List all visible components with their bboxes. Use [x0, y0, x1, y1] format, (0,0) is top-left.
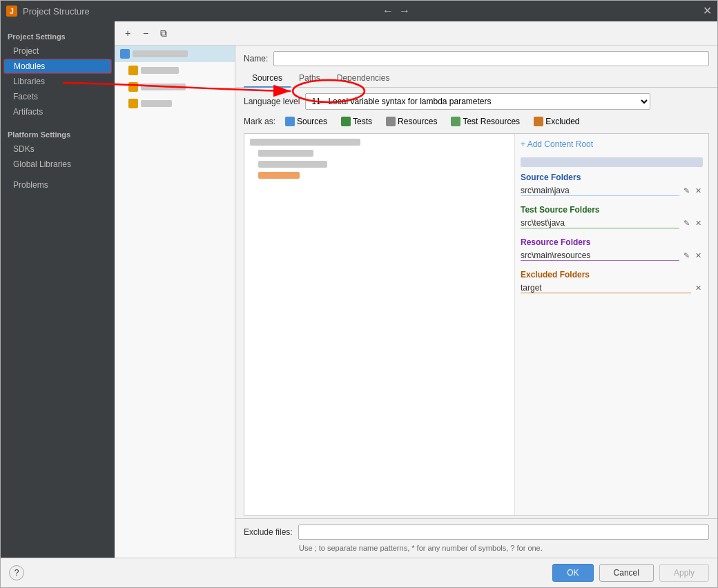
sources-content: Language level 11 - Local variable synta… — [235, 88, 717, 518]
main-content: + − ⧉ — [115, 21, 717, 558]
mark-resources-label: Resources — [398, 117, 437, 126]
test-source-folders-title: Test Source Folders — [521, 205, 703, 215]
source-folder-path: src\main\java — [521, 186, 679, 196]
help-button[interactable]: ? — [9, 565, 24, 580]
mark-test-resources-button[interactable]: Test Resources — [447, 115, 524, 128]
mark-excluded-label: Excluded — [545, 117, 579, 126]
add-button[interactable]: + — [120, 26, 135, 41]
project-structure-dialog: J Project Structure ← → ✕ Project Settin… — [0, 0, 718, 588]
resource-folders-title: Resource Folders — [521, 237, 703, 247]
back-button[interactable]: ← — [381, 5, 395, 17]
module-name — [133, 50, 188, 57]
resource-folders-section: Resource Folders src\main\resources ✎ ✕ — [521, 237, 703, 262]
module-item[interactable] — [115, 46, 235, 62]
language-level-row: Language level 11 - Local variable synta… — [244, 93, 709, 110]
module-item[interactable] — [115, 62, 235, 79]
name-label: Name: — [244, 54, 268, 63]
dialog-title: Project Structure — [23, 6, 90, 17]
sidebar-item-global-libraries[interactable]: Global Libraries — [1, 157, 115, 172]
sources-icon — [285, 117, 295, 126]
cancel-button[interactable]: Cancel — [599, 564, 654, 582]
right-panel: Name: Sources Paths Dependencies Languag… — [235, 46, 717, 558]
test-source-folder-entry: src\test\java ✎ ✕ — [521, 217, 703, 229]
module-item[interactable] — [115, 79, 235, 95]
resources-icon — [386, 117, 396, 126]
mark-tests-label: Tests — [353, 117, 372, 126]
file-tree — [244, 134, 515, 515]
module-name — [141, 100, 172, 107]
tab-paths[interactable]: Paths — [291, 69, 329, 88]
bottom-area: Exclude files: Use ; to separate name pa… — [235, 518, 717, 558]
test-source-folders-section: Test Source Folders src\test\java ✎ ✕ — [521, 205, 703, 229]
edit-test-source-folder-button[interactable]: ✎ — [682, 219, 691, 228]
mark-excluded-button[interactable]: Excluded — [530, 115, 583, 128]
excluded-folder-entry: target ✕ — [521, 282, 703, 294]
tab-sources[interactable]: Sources — [244, 69, 291, 88]
close-button[interactable]: ✕ — [703, 6, 712, 17]
file-tree-text — [250, 139, 360, 146]
remove-test-source-folder-button[interactable]: ✕ — [694, 219, 703, 228]
file-tree-item[interactable] — [247, 159, 512, 170]
resource-folder-path: src\main\resources — [521, 251, 679, 261]
name-row: Name: — [235, 46, 717, 69]
remove-button[interactable]: − — [138, 26, 153, 41]
edit-source-folder-button[interactable]: ✎ — [682, 186, 691, 195]
remove-source-folder-button[interactable]: ✕ — [694, 186, 703, 195]
module-icon — [128, 99, 138, 108]
ok-button[interactable]: OK — [552, 564, 593, 582]
source-folder-entry: src\main\java ✎ ✕ — [521, 185, 703, 197]
sidebar-item-project[interactable]: Project — [1, 43, 115, 59]
language-level-select[interactable]: 11 - Local variable syntax for lambda pa… — [305, 93, 650, 110]
mark-as-row: Mark as: Sources Tests Res — [244, 115, 709, 128]
remove-excluded-folder-button[interactable]: ✕ — [694, 284, 703, 293]
mark-sources-label: Sources — [297, 117, 327, 126]
exclude-input[interactable] — [298, 525, 709, 540]
test-resources-icon — [451, 117, 460, 126]
tab-dependencies[interactable]: Dependencies — [329, 69, 398, 88]
tests-icon — [341, 117, 351, 126]
excluded-folders-title: Excluded Folders — [521, 270, 703, 280]
module-item[interactable] — [115, 95, 235, 112]
title-bar: J Project Structure ← → ✕ — [1, 1, 717, 21]
sidebar-item-problems[interactable]: Problems — [1, 177, 115, 193]
apply-button[interactable]: Apply — [659, 564, 709, 582]
mark-tests-button[interactable]: Tests — [337, 115, 376, 128]
module-icon — [128, 66, 138, 75]
file-tree-item[interactable] — [247, 170, 512, 181]
sidebar: Project Settings Project Modules Librari… — [1, 21, 115, 558]
sources-main: + Add Content Root Source Folders src\ma… — [244, 133, 709, 516]
app-icon: J — [6, 6, 17, 17]
platform-settings-title: Platform Settings — [1, 125, 115, 141]
folders-panel: + Add Content Root Source Folders src\ma… — [515, 134, 708, 515]
file-tree-text — [258, 161, 327, 168]
sidebar-item-facets[interactable]: Facets — [1, 89, 115, 104]
sidebar-item-libraries[interactable]: Libraries — [1, 74, 115, 89]
mark-as-label: Mark as: — [244, 117, 275, 126]
excluded-icon — [534, 117, 543, 126]
forward-button[interactable]: → — [398, 5, 411, 17]
sidebar-item-modules[interactable]: Modules — [3, 59, 112, 74]
remove-resource-folder-button[interactable]: ✕ — [694, 251, 703, 260]
module-name — [141, 84, 186, 90]
tabs-container: Sources Paths Dependencies — [235, 69, 717, 88]
sidebar-item-sdks[interactable]: SDKs — [1, 141, 115, 157]
content-area: Name: Sources Paths Dependencies Languag… — [115, 46, 717, 558]
exclude-hint: Use ; to separate name patterns, * for a… — [244, 544, 709, 552]
dialog-body: Project Settings Project Modules Librari… — [1, 21, 717, 558]
source-folders-title: Source Folders — [521, 173, 703, 182]
file-tree-item[interactable] — [247, 137, 512, 148]
add-content-root-button[interactable]: + Add Content Root — [521, 139, 703, 149]
copy-button[interactable]: ⧉ — [156, 26, 171, 41]
mark-sources-button[interactable]: Sources — [281, 115, 331, 128]
sidebar-item-artifacts[interactable]: Artifacts — [1, 104, 115, 119]
name-input[interactable] — [273, 51, 709, 66]
mark-resources-button[interactable]: Resources — [382, 115, 441, 128]
language-level-label: Language level — [244, 97, 300, 106]
content-root-row — [521, 157, 703, 167]
module-icon — [120, 49, 130, 59]
dialog-footer: ? OK Cancel Apply — [1, 558, 717, 587]
file-tree-item[interactable] — [247, 148, 512, 159]
edit-resource-folder-button[interactable]: ✎ — [682, 251, 691, 260]
excluded-folders-section: Excluded Folders target ✕ — [521, 270, 703, 294]
exclude-row: Exclude files: — [244, 525, 709, 540]
